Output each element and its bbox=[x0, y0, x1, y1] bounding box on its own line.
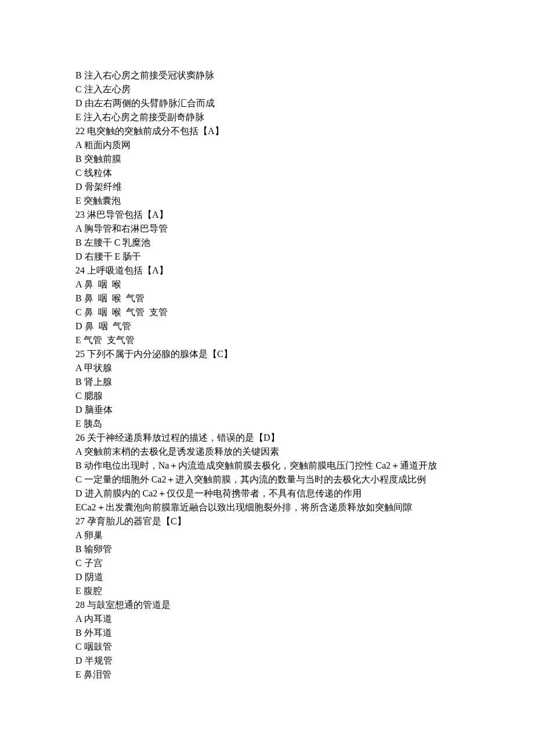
text-line: B 动作电位出现时，Na＋内流造成突触前膜去极化，突触前膜电压门控性 Ca2＋通… bbox=[75, 459, 459, 473]
text-line: A 甲状腺 bbox=[75, 361, 459, 375]
text-line: C 子宫 bbox=[75, 556, 459, 570]
text-line: 24 上呼吸道包括【A】 bbox=[75, 264, 459, 278]
text-line: E 注入右心房之前接受副奇静脉 bbox=[75, 110, 459, 124]
text-line: 27 孕育胎儿的器官是【C】 bbox=[75, 514, 459, 528]
text-line: E 突触囊泡 bbox=[75, 194, 459, 208]
text-line: 23 淋巴导管包括【A】 bbox=[75, 208, 459, 222]
text-line: 26 关于神经递质释放过程的描述，错误的是【D】 bbox=[75, 431, 459, 445]
text-line: D 脑垂体 bbox=[75, 403, 459, 417]
text-line: B 输卵管 bbox=[75, 542, 459, 556]
text-line: D 骨架纤维 bbox=[75, 180, 459, 194]
text-line: C 一定量的细胞外 Ca2＋进入突触前膜，其内流的数量与当时的去极化大小程度成比… bbox=[75, 473, 459, 487]
text-line: B 左腰干 C 乳糜池 bbox=[75, 236, 459, 250]
text-line: D 鼻 咽 气管 bbox=[75, 319, 459, 333]
text-line: A 突触前末梢的去极化是诱发递质释放的关键因素 bbox=[75, 445, 459, 459]
text-line: ECa2＋出发囊泡向前膜靠近融合以致出现细胞裂外排，将所含递质释放如突触间隙 bbox=[75, 501, 459, 514]
text-line: B 外耳道 bbox=[75, 626, 459, 640]
text-line: B 注入右心房之前接受冠状窦静脉 bbox=[75, 69, 459, 82]
text-line: E 气管 支气管 bbox=[75, 333, 459, 347]
text-line: C 咽鼓管 bbox=[75, 640, 459, 654]
text-line: A 胸导管和右淋巴导管 bbox=[75, 222, 459, 236]
text-line: A 内耳道 bbox=[75, 612, 459, 626]
text-line: B 鼻 咽 喉 气管 bbox=[75, 291, 459, 305]
text-line: D 阴道 bbox=[75, 570, 459, 584]
text-line: A 粗面内质网 bbox=[75, 138, 459, 152]
text-line: E 胰岛 bbox=[75, 417, 459, 431]
text-line: C 注入左心房 bbox=[75, 82, 459, 96]
text-line: D 半规管 bbox=[75, 654, 459, 668]
text-line: D 右腰干 E 肠干 bbox=[75, 250, 459, 264]
text-line: A 鼻 咽 喉 bbox=[75, 278, 459, 291]
document-page: B 注入右心房之前接受冠状窦静脉 C 注入左心房 D 由左右两侧的头臂静脉汇合而… bbox=[0, 0, 534, 756]
text-line: 22 电突触的突触前成分不包括【A】 bbox=[75, 124, 459, 138]
text-line: 28 与鼓室想通的管道是 bbox=[75, 598, 459, 612]
text-line: A 卵巢 bbox=[75, 528, 459, 542]
text-line: E 鼻泪管 bbox=[75, 668, 459, 682]
text-line: B 肾上腺 bbox=[75, 375, 459, 389]
text-line: B 突触前膜 bbox=[75, 152, 459, 166]
text-line: D 由左右两侧的头臂静脉汇合而成 bbox=[75, 96, 459, 110]
text-line: E 腹腔 bbox=[75, 584, 459, 598]
text-line: D 进入前膜内的 Ca2＋仅仅是一种电荷携带者，不具有信息传递的作用 bbox=[75, 487, 459, 501]
text-line: C 线粒体 bbox=[75, 166, 459, 180]
text-line: 25 下列不属于内分泌腺的腺体是【C】 bbox=[75, 347, 459, 361]
text-line: C 鼻 咽 喉 气管 支管 bbox=[75, 305, 459, 319]
text-line: C 腮腺 bbox=[75, 389, 459, 403]
